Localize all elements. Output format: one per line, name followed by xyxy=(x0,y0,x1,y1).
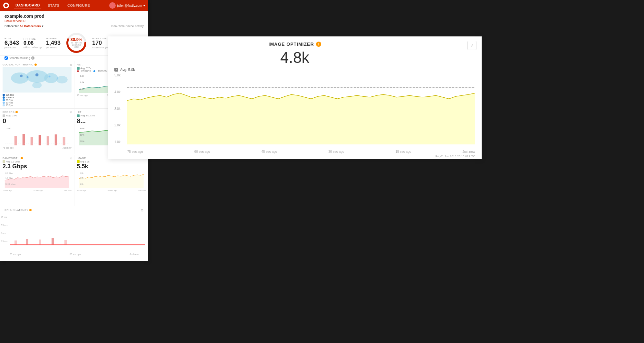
svg-marker-53 xyxy=(127,93,475,144)
optimizer-avg-checkbox[interactable]: ✓ xyxy=(114,68,118,72)
smooth-scrolling-label: Smooth scrolling xyxy=(9,56,30,60)
miss-time-value: 170 xyxy=(92,40,110,46)
optimizer-avg-label: Avg: 5.0k xyxy=(120,68,135,72)
optimizer-avg-row: ✓ Avg: 5.0k xyxy=(108,68,482,74)
hits-sub: per second xyxy=(5,46,19,49)
hit-time-label: HIT TIME xyxy=(24,37,42,40)
global-pop-close-icon[interactable]: ✕ xyxy=(70,63,72,67)
hit-ratio-label: HIT RATIO xyxy=(71,42,82,44)
datacenter-row: Datacenter All Datacenters ▾ Real-Time C… xyxy=(0,23,148,30)
errors-dot xyxy=(15,111,18,113)
misses-stat: MISSES 1,493 per second xyxy=(46,37,61,49)
bandwidth-avg: Avg: 2.2 Gbps xyxy=(3,160,72,163)
svg-marker-29 xyxy=(5,176,69,188)
image-mini-chart: 6.0k 4.0k 1.0k xyxy=(77,171,146,188)
errors-panel: ERRORS ✕ Avg: 0.00 0 1,500 xyxy=(0,109,74,154)
optimizer-chart-svg-area xyxy=(127,74,475,144)
svg-text:2.5 Gbps: 2.5 Gbps xyxy=(5,172,13,174)
svg-rect-20 xyxy=(47,136,49,145)
image-mini-avg: Avg: 5.3k xyxy=(77,160,146,163)
svg-text:2.5 ms: 2.5 ms xyxy=(1,240,8,242)
hit-ratio-value: 80.9% xyxy=(71,37,82,42)
svg-text:2.0k: 2.0k xyxy=(80,88,84,90)
svg-text:1.0 Gbps: 1.0 Gbps xyxy=(5,177,13,179)
svg-text:4.0k: 4.0k xyxy=(80,177,83,179)
bandwidth-chart: 2.5 Gbps 1.0 Gbps 500.0 Mbps xyxy=(3,171,72,188)
svg-text:4.0k: 4.0k xyxy=(80,81,84,83)
svg-text:1,500: 1,500 xyxy=(5,127,11,130)
optimizer-x-labels: 75 sec ago 60 sec ago 45 sec ago 30 sec … xyxy=(127,150,475,153)
svg-point-8 xyxy=(27,76,29,78)
show-service-id-link[interactable]: Show service ID xyxy=(0,19,148,23)
errors-title: ERRORS xyxy=(3,111,72,113)
svg-marker-33 xyxy=(79,174,143,188)
world-map xyxy=(3,67,72,93)
svg-text:1.0k: 1.0k xyxy=(80,183,83,185)
datacenter-select[interactable]: Datacenter All Datacenters ▾ xyxy=(5,24,43,28)
service-name: example.com prod xyxy=(0,11,148,19)
misses-legend-label: MISSES xyxy=(98,70,106,72)
hit-time-sub: milliseconds (avg) xyxy=(24,46,42,48)
origin-latency-panel: ORIGIN LATENCY ⚙ 10 ms 7.5 ms 5 ms 2.5 m… xyxy=(0,206,148,261)
nav-tab-configure[interactable]: CONFIGURE xyxy=(66,3,91,8)
svg-rect-22 xyxy=(63,137,65,145)
svg-rect-18 xyxy=(31,137,33,145)
datacenter-label: Datacenter xyxy=(5,24,19,28)
origin-latency-settings-icon[interactable]: ⚙ xyxy=(140,208,144,212)
errors-close-icon[interactable]: ✕ xyxy=(70,111,72,114)
nav-logo[interactable] xyxy=(3,3,9,8)
chevron-down-icon: ▾ xyxy=(143,4,145,7)
nav-tab-dashboard[interactable]: DASHBOARD xyxy=(14,3,41,8)
svg-point-5 xyxy=(56,76,68,83)
svg-point-2 xyxy=(11,73,28,84)
bandwidth-panel: BANDWIDTH ✕ Avg: 2.2 Gbps 2.3 Gbps 2.5 G… xyxy=(0,155,74,206)
svg-text:500.0 Mbps: 500.0 Mbps xyxy=(5,183,15,185)
optimizer-info-icon[interactable]: i xyxy=(316,42,321,47)
svg-text:50%: 50% xyxy=(80,134,84,136)
svg-text:10 ms: 10 ms xyxy=(1,216,7,218)
image-mini-value: 5.5k xyxy=(77,163,146,170)
svg-point-7 xyxy=(20,74,23,77)
optimizer-big-value: 4.8k xyxy=(108,49,482,66)
global-pop-title: GLOBAL POP TRAFFIC xyxy=(3,63,72,66)
expand-icon: ⤢ xyxy=(470,43,474,48)
optimizer-chart-area: 5.0k 4.0k 3.0k 2.0k 1.0k 75 sec ago xyxy=(114,74,475,154)
chart-footer-timestamp: Fri, 01 Jun 2018 23:10:02 UTC xyxy=(108,154,482,159)
hit-time-stat: HIT TIME 0.06 milliseconds (avg) xyxy=(24,37,42,48)
nav-user[interactable]: jallen@fastly.com ▾ xyxy=(109,2,145,9)
top-nav: DASHBOARD STATS CONFIGURE jallen@fastly.… xyxy=(0,0,148,11)
svg-text:6.0k: 6.0k xyxy=(80,172,83,174)
errors-avg: Avg: 0.00 xyxy=(3,114,72,117)
svg-text:80%: 80% xyxy=(80,127,84,130)
bandwidth-title: BANDWIDTH xyxy=(3,157,72,160)
svg-text:6.0k: 6.0k xyxy=(80,75,84,77)
misses-value: 1,493 xyxy=(46,40,61,46)
datacenter-chevron-icon: ▾ xyxy=(42,24,43,28)
hit-time-value: 0.06 xyxy=(24,40,42,46)
image-optimizer-panel: IMAGE OPTIMIZER i ⤢ 4.8k ✓ Avg: 5.0k 5.0… xyxy=(108,36,482,159)
hit-ratio-sub: 23:05:53 UTC xyxy=(71,44,82,48)
optimizer-y-labels: 5.0k 4.0k 3.0k 2.0k 1.0k xyxy=(114,74,120,144)
user-avatar xyxy=(109,2,116,9)
svg-text:20%: 20% xyxy=(80,140,84,142)
errors-value: 0 xyxy=(3,117,72,125)
svg-point-9 xyxy=(35,74,39,77)
global-pop-panel: GLOBAL POP TRAFFIC ✕ xyxy=(0,61,74,108)
smooth-scrolling-checkbox[interactable] xyxy=(5,56,8,60)
svg-text:5 ms: 5 ms xyxy=(1,232,6,234)
origin-x-labels: 75 sec ago30 sec agoJust now xyxy=(0,253,148,255)
bandwidth-value: 2.3 Gbps xyxy=(3,163,72,170)
origin-latency-dot xyxy=(29,209,32,211)
small-panels-row: BANDWIDTH ✕ Avg: 2.2 Gbps 2.3 Gbps 2.5 G… xyxy=(0,155,148,206)
svg-text:7.5 ms: 7.5 ms xyxy=(1,224,8,226)
user-email: jallen@fastly.com xyxy=(117,4,142,7)
hits-stat: HITS 6,343 per second xyxy=(5,37,19,49)
bandwidth-close-icon[interactable]: ✕ xyxy=(70,157,72,160)
optimizer-title: IMAGE OPTIMIZER i xyxy=(269,42,321,47)
image-optimizer-mini-panel: IMAGE Avg: 5.3k 5.5k 6.0k 4.0k 1.0k 75 s… xyxy=(74,155,149,206)
nav-tab-stats[interactable]: STATS xyxy=(46,3,61,8)
optimizer-expand-button[interactable]: ⤢ xyxy=(467,41,476,50)
hits-value: 6,343 xyxy=(5,40,19,46)
smooth-scrolling-info-icon[interactable]: i xyxy=(31,56,34,60)
miss-time-sub: milliseconds (avg) xyxy=(92,46,110,49)
